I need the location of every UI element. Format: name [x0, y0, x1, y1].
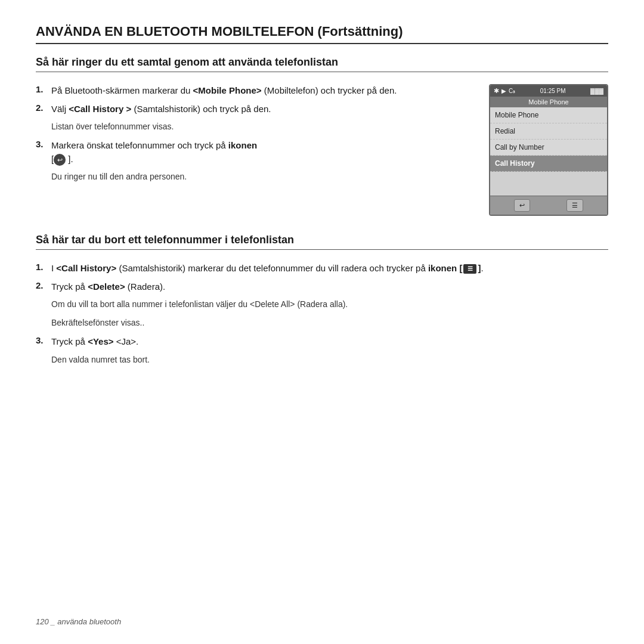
phone-status-bar: ✱ ▶ C₃ 01:25 PM ▓▓▓: [490, 85, 607, 97]
phone-status-left: ✱ ▶ C₃: [494, 87, 515, 95]
menu-button[interactable]: ☰: [566, 199, 583, 212]
play-icon: ▶: [501, 88, 506, 94]
page-footer: 120 _ använda bluetooth: [36, 617, 121, 626]
step-2-bold: <Call History >: [69, 104, 131, 114]
call-icon: ↩: [54, 154, 66, 166]
step-3: 3. Markera önskat telefonnummer och tryc…: [36, 139, 471, 166]
content-area: 1. På Bluetooth-skärmen markerar du <Mob…: [36, 84, 608, 216]
section-1: Så här ringer du ett samtal genom att an…: [36, 56, 608, 216]
section2-step-3: 3. Tryck på <Yes> <Ja>.: [36, 335, 608, 349]
page-number: 120: [36, 617, 49, 626]
menu-empty-space: [490, 172, 607, 196]
step-2-note: Listan över telefonnummer visas.: [51, 120, 471, 133]
call-indicator: C₃: [509, 88, 515, 94]
section-2: Så här tar du bort ett telefonnummer i t…: [36, 234, 608, 366]
s2-s3-bold: <Yes>: [88, 336, 113, 346]
menu-item-mobile-phone[interactable]: Mobile Phone: [490, 107, 607, 123]
step-1: 1. På Bluetooth-skärmen markerar du <Mob…: [36, 84, 471, 98]
step-3-text: Markera önskat telefonnummer och tryck p…: [51, 139, 471, 166]
battery-icon: ▓▓▓: [590, 88, 603, 94]
page: ANVÄNDA EN BLUETOOTH MOBILTELEFON (Forts…: [0, 0, 644, 644]
section2-step-3-number: 3.: [36, 335, 47, 349]
step-2-text: Välj <Call History > (Samtalshistorik) o…: [51, 103, 471, 116]
section2-title: Så här tar du bort ett telefonnummer i t…: [36, 234, 608, 250]
section2-step-2: 2. Tryck på <Delete> (Radera).: [36, 280, 608, 294]
section2-step-3-text: Tryck på <Yes> <Ja>.: [51, 335, 608, 349]
phone-footer: ↩ ☰: [490, 196, 607, 215]
phone-menu: Mobile Phone Redial Call by Number Call …: [490, 107, 607, 196]
text-column: 1. På Bluetooth-skärmen markerar du <Mob…: [36, 84, 471, 216]
section2-step-2-number: 2.: [36, 280, 47, 294]
phone-title-bar: Mobile Phone: [490, 97, 607, 107]
section-label: _ använda bluetooth: [51, 617, 121, 626]
phone-screen-column: ✱ ▶ C₃ 01:25 PM ▓▓▓ Mobile Phone Mobile …: [489, 84, 608, 216]
s2-s2-bold: <Delete>: [88, 281, 125, 292]
main-title: ANVÄNDA EN BLUETOOTH MOBILTELEFON (Forts…: [36, 24, 608, 44]
section2-step-1-text: I <Call History> (Samtalshistorik) marke…: [51, 262, 608, 275]
section2-content: 1. I <Call History> (Samtalshistorik) ma…: [36, 262, 608, 366]
step-2: 2. Välj <Call History > (Samtalshistorik…: [36, 103, 471, 116]
section2-step-1-number: 1.: [36, 262, 47, 275]
step-1-number: 1.: [36, 84, 47, 98]
s2-s1-bold2: ikonen [☰]: [428, 263, 481, 273]
menu-icon-symbol: ☰: [463, 264, 476, 274]
step-3-bold: ikonen: [228, 140, 257, 150]
menu-item-call-history[interactable]: Call History: [490, 156, 607, 172]
section2-step-1: 1. I <Call History> (Samtalshistorik) ma…: [36, 262, 608, 275]
menu-item-redial[interactable]: Redial: [490, 123, 607, 140]
step-2-number: 2.: [36, 103, 47, 116]
section2-step-2-note2: Bekräftelsefönster visas..: [51, 317, 608, 329]
bluetooth-icon: ✱: [494, 87, 499, 95]
section2-step-2-note1: Om du vill ta bort alla nummer i telefon…: [51, 298, 608, 311]
back-button[interactable]: ↩: [514, 199, 530, 212]
section2-step-2-text: Tryck på <Delete> (Radera).: [51, 280, 608, 294]
step-3-note: Du ringer nu till den andra personen.: [51, 171, 471, 183]
step-1-text: På Bluetooth-skärmen markerar du <Mobile…: [51, 84, 471, 98]
step-3-number: 3.: [36, 139, 47, 166]
menu-item-call-by-number[interactable]: Call by Number: [490, 140, 607, 156]
phone-screen: ✱ ▶ C₃ 01:25 PM ▓▓▓ Mobile Phone Mobile …: [489, 84, 608, 216]
status-time: 01:25 PM: [540, 88, 566, 94]
section2-step-3-note: Den valda numret tas bort.: [51, 354, 608, 366]
step-1-bold: <Mobile Phone>: [193, 85, 262, 95]
s2-s1-bold: <Call History>: [56, 263, 116, 273]
section1-title: Så här ringer du ett samtal genom att an…: [36, 56, 608, 72]
